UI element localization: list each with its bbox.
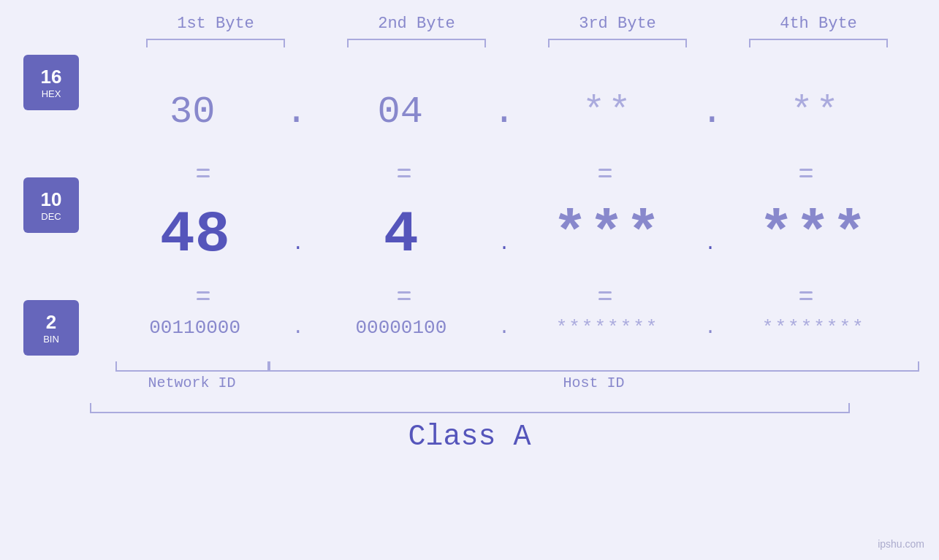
- hex-val-2: 04: [320, 91, 481, 134]
- class-label: Class A: [0, 421, 939, 453]
- top-bracket-row: [115, 39, 919, 47]
- eq-line-top: [197, 169, 210, 171]
- dec-v3-text: ***: [552, 202, 662, 268]
- eq-line-top: [799, 169, 813, 171]
- bin-val-2: 00000100: [321, 317, 482, 339]
- equals-inner-1: [102, 169, 906, 177]
- eq-icon-2-1: [197, 291, 210, 300]
- bin-v1-text: 00110000: [149, 317, 240, 339]
- eq-cell-2-3: [525, 291, 685, 300]
- dec-val-3: ***: [527, 202, 688, 268]
- full-bottom-bracket: [90, 403, 850, 413]
- eq-icon-2-4: [799, 291, 813, 300]
- bottom-bracket-container: [115, 361, 919, 372]
- eq-icon-2-3: [598, 291, 612, 300]
- bin-val-3: ********: [527, 317, 688, 339]
- id-labels-row: Network ID Host ID: [115, 375, 919, 391]
- dec-row-wrapper: 10 DEC 48 . 4 . *** . ***: [0, 177, 939, 291]
- bin-val-1: 00110000: [115, 317, 275, 339]
- byte-headers: 1st Byte 2nd Byte 3rd Byte 4th Byte: [115, 15, 919, 33]
- network-id-label: Network ID: [115, 375, 269, 391]
- host-id-label: Host ID: [269, 375, 919, 391]
- eq-line-top: [598, 169, 612, 171]
- dec-dot-3: .: [704, 233, 716, 255]
- dec-val-1: 48: [115, 202, 275, 268]
- bottom-bracket-host: [269, 361, 919, 372]
- bracket-3: [548, 39, 687, 47]
- eq-line-top: [398, 169, 411, 171]
- bin-value-row: 00110000 . 00000100 . ******** . *******…: [102, 317, 906, 339]
- watermark: ipshu.com: [878, 538, 924, 550]
- eq-icon-1-2: [398, 169, 411, 177]
- dec-v2-text: 4: [384, 202, 419, 268]
- eq-line-top: [398, 291, 411, 294]
- bin-v4-text: ********: [762, 317, 865, 339]
- dec-dot-1: .: [292, 233, 304, 255]
- hex-dot-2: .: [493, 91, 515, 134]
- byte-header-1: 1st Byte: [135, 15, 296, 33]
- hex-badge-label: HEX: [42, 88, 61, 99]
- dec-dot-2: .: [498, 233, 510, 255]
- main-container: 1st Byte 2nd Byte 3rd Byte 4th Byte 16 H…: [0, 0, 939, 560]
- bin-values-col: 00110000 . 00000100 . ******** . *******…: [102, 317, 939, 339]
- bin-dot-2: .: [498, 317, 510, 339]
- bin-row-wrapper: 2 BIN 00110000 . 00000100 . ******** . *…: [0, 300, 939, 356]
- dec-v1-text: 48: [160, 202, 230, 268]
- dec-badge-num: 10: [41, 188, 62, 211]
- byte-header-3: 3rd Byte: [537, 15, 698, 33]
- eq-cell-1-3: [525, 169, 685, 177]
- hex-values-col: 30 . 04 . ** . **: [102, 91, 939, 134]
- hex-value-row: 30 . 04 . ** . **: [102, 91, 906, 134]
- dec-badge-label: DEC: [41, 211, 61, 222]
- equals-row-1: [0, 169, 939, 177]
- eq-icon-2-2: [398, 291, 411, 300]
- hex-val-1: 30: [112, 91, 273, 134]
- bin-badge-num: 2: [46, 311, 56, 334]
- eq-cell-2-1: [123, 291, 284, 300]
- eq-icon-1-4: [799, 169, 813, 177]
- dec-value-row: 48 . 4 . *** . ***: [102, 202, 906, 268]
- hex-dot-1: .: [285, 91, 308, 134]
- dec-val-2: 4: [321, 202, 482, 268]
- hex-v2-text: 04: [378, 91, 423, 134]
- eq-line-top: [799, 291, 813, 294]
- equals-inner-2: [102, 291, 906, 300]
- eq-cell-2-4: [726, 291, 886, 300]
- hex-val-3: **: [528, 91, 688, 134]
- dec-v4-text: ***: [759, 202, 868, 268]
- eq-icon-1-1: [197, 169, 210, 177]
- bracket-1: [146, 39, 285, 47]
- eq-cell-1-1: [123, 169, 284, 177]
- bin-val-4: ********: [733, 317, 894, 339]
- bin-dot-3: .: [704, 317, 716, 339]
- byte-header-2: 2nd Byte: [336, 15, 497, 33]
- dec-badge: 10 DEC: [23, 177, 79, 233]
- bracket-2: [347, 39, 486, 47]
- hex-badge-num: 16: [41, 66, 62, 88]
- hex-row-wrapper: 16 HEX 30 . 04 . ** . **: [0, 55, 939, 169]
- bin-v2-text: 00000100: [355, 317, 446, 339]
- dec-val-4: ***: [733, 202, 894, 268]
- bin-v3-text: ********: [556, 317, 659, 339]
- hex-dot-3: .: [701, 91, 723, 134]
- dec-values-col: 48 . 4 . *** . ***: [102, 202, 939, 268]
- eq-line-top: [598, 291, 612, 294]
- equals-row-2: [0, 291, 939, 300]
- bin-dot-1: .: [292, 317, 304, 339]
- bin-badge: 2 BIN: [23, 300, 79, 356]
- hex-badge: 16 HEX: [23, 55, 79, 110]
- dec-badge-col: 10 DEC: [0, 177, 102, 291]
- bin-badge-col: 2 BIN: [0, 300, 102, 356]
- hex-v3-text: **: [582, 91, 634, 134]
- eq-line-top: [197, 291, 210, 294]
- eq-cell-1-4: [726, 169, 886, 177]
- byte-header-4: 4th Byte: [738, 15, 899, 33]
- hex-val-4: **: [736, 91, 897, 134]
- eq-cell-1-2: [324, 169, 484, 177]
- hex-v4-text: **: [790, 91, 841, 134]
- bin-badge-label: BIN: [43, 334, 59, 345]
- hex-badge-col: 16 HEX: [0, 55, 102, 169]
- eq-cell-2-2: [324, 291, 484, 300]
- bracket-4: [749, 39, 888, 47]
- bottom-bracket-network: [115, 361, 269, 372]
